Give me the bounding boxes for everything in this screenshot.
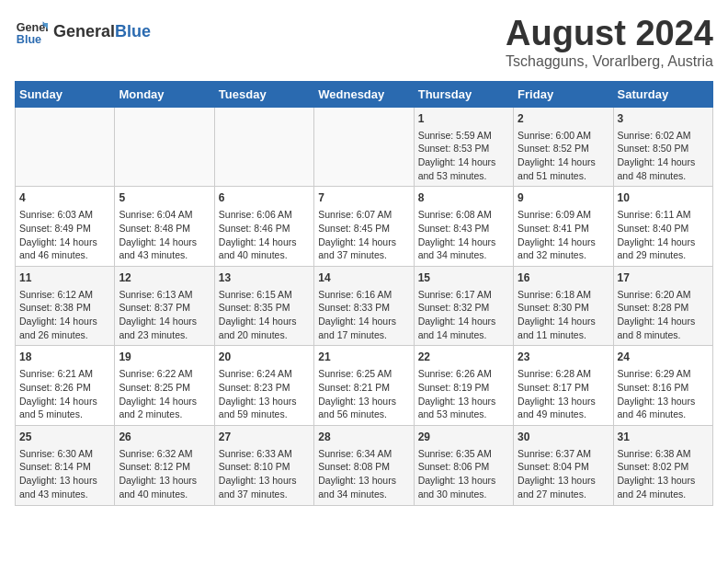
calendar-cell: 2Sunrise: 6:00 AMSunset: 8:52 PMDaylight… xyxy=(514,107,613,187)
day-info: Daylight: 14 hours and 34 minutes. xyxy=(418,236,509,262)
day-number: 3 xyxy=(618,111,709,127)
day-info: Daylight: 14 hours and 29 minutes. xyxy=(618,236,709,262)
day-number: 23 xyxy=(518,350,609,365)
day-info: Sunset: 8:40 PM xyxy=(618,222,709,236)
day-info: Sunrise: 5:59 AM xyxy=(418,129,509,143)
day-number: 8 xyxy=(418,190,509,206)
day-info: Sunrise: 6:00 AM xyxy=(518,129,609,143)
calendar-cell: 15Sunrise: 6:17 AMSunset: 8:32 PMDayligh… xyxy=(414,266,513,346)
calendar-cell xyxy=(115,107,214,187)
day-info: Sunset: 8:41 PM xyxy=(518,222,609,236)
calendar-cell: 23Sunrise: 6:28 AMSunset: 8:17 PMDayligh… xyxy=(514,346,613,426)
calendar-cell: 13Sunrise: 6:15 AMSunset: 8:35 PMDayligh… xyxy=(214,266,313,346)
day-number: 9 xyxy=(518,190,609,206)
day-info: Sunrise: 6:12 AM xyxy=(19,288,110,302)
day-number: 28 xyxy=(318,430,409,445)
calendar-cell: 11Sunrise: 6:12 AMSunset: 8:38 PMDayligh… xyxy=(16,266,115,346)
day-number: 12 xyxy=(119,270,210,286)
calendar-cell: 21Sunrise: 6:25 AMSunset: 8:21 PMDayligh… xyxy=(314,346,414,426)
day-info: Daylight: 13 hours and 34 minutes. xyxy=(318,474,409,500)
day-info: Sunset: 8:45 PM xyxy=(318,222,409,236)
logo-blue-text: Blue xyxy=(115,22,151,41)
day-number: 6 xyxy=(219,190,310,206)
day-info: Sunset: 8:10 PM xyxy=(219,460,310,474)
day-number: 1 xyxy=(418,111,509,127)
calendar-cell xyxy=(214,107,313,187)
day-number: 10 xyxy=(618,190,709,206)
day-info: Sunrise: 6:38 AM xyxy=(618,447,709,461)
day-info: Sunrise: 6:21 AM xyxy=(19,367,110,381)
day-info: Sunset: 8:21 PM xyxy=(318,381,409,395)
day-info: Sunrise: 6:30 AM xyxy=(19,447,110,461)
day-info: Sunrise: 6:33 AM xyxy=(219,447,310,461)
day-number: 30 xyxy=(518,430,609,445)
day-info: Sunset: 8:53 PM xyxy=(418,142,509,155)
calendar-cell: 26Sunrise: 6:32 AMSunset: 8:12 PMDayligh… xyxy=(115,425,214,505)
calendar-cell: 27Sunrise: 6:33 AMSunset: 8:10 PMDayligh… xyxy=(214,425,313,505)
calendar-cell xyxy=(314,107,414,187)
calendar-cell: 9Sunrise: 6:09 AMSunset: 8:41 PMDaylight… xyxy=(514,187,613,267)
day-info: Daylight: 14 hours and 40 minutes. xyxy=(219,236,310,262)
day-info: Sunset: 8:43 PM xyxy=(418,222,509,236)
calendar-cell: 28Sunrise: 6:34 AMSunset: 8:08 PMDayligh… xyxy=(314,425,414,505)
week-row-2: 4Sunrise: 6:03 AMSunset: 8:49 PMDaylight… xyxy=(16,187,713,267)
week-row-3: 11Sunrise: 6:12 AMSunset: 8:38 PMDayligh… xyxy=(16,266,713,346)
calendar-cell: 25Sunrise: 6:30 AMSunset: 8:14 PMDayligh… xyxy=(16,425,115,505)
day-info: Daylight: 14 hours and 20 minutes. xyxy=(219,315,310,341)
day-info: Daylight: 13 hours and 49 minutes. xyxy=(518,395,609,421)
day-info: Sunrise: 6:04 AM xyxy=(119,208,210,222)
day-number: 2 xyxy=(518,111,609,127)
day-header-thursday: Thursday xyxy=(414,81,513,107)
day-info: Sunset: 8:32 PM xyxy=(418,301,509,315)
day-number: 4 xyxy=(19,190,110,206)
day-info: Sunrise: 6:06 AM xyxy=(219,208,310,222)
calendar-cell: 22Sunrise: 6:26 AMSunset: 8:19 PMDayligh… xyxy=(414,346,513,426)
day-info: Sunrise: 6:37 AM xyxy=(518,447,609,461)
calendar-cell: 18Sunrise: 6:21 AMSunset: 8:26 PMDayligh… xyxy=(16,346,115,426)
day-info: Sunset: 8:38 PM xyxy=(19,301,110,315)
day-info: Sunset: 8:14 PM xyxy=(19,460,110,474)
day-info: Daylight: 13 hours and 40 minutes. xyxy=(119,474,210,500)
day-header-saturday: Saturday xyxy=(613,81,712,107)
day-info: Sunset: 8:23 PM xyxy=(219,381,310,395)
day-info: Sunset: 8:48 PM xyxy=(119,222,210,236)
day-number: 15 xyxy=(418,270,509,286)
calendar-cell: 5Sunrise: 6:04 AMSunset: 8:48 PMDaylight… xyxy=(115,187,214,267)
day-number: 24 xyxy=(618,350,709,365)
week-row-4: 18Sunrise: 6:21 AMSunset: 8:26 PMDayligh… xyxy=(16,346,713,426)
day-info: Daylight: 14 hours and 32 minutes. xyxy=(518,236,609,262)
day-info: Sunrise: 6:32 AM xyxy=(119,447,210,461)
day-number: 13 xyxy=(219,270,310,286)
day-info: Sunrise: 6:16 AM xyxy=(318,288,409,302)
day-info: Sunrise: 6:18 AM xyxy=(518,288,609,302)
calendar-cell xyxy=(16,107,115,187)
day-info: Sunrise: 6:34 AM xyxy=(318,447,409,461)
calendar-header-row: SundayMondayTuesdayWednesdayThursdayFrid… xyxy=(16,81,713,107)
day-number: 18 xyxy=(19,350,110,365)
calendar-cell: 29Sunrise: 6:35 AMSunset: 8:06 PMDayligh… xyxy=(414,425,513,505)
day-info: Sunset: 8:16 PM xyxy=(618,381,709,395)
day-info: Sunset: 8:35 PM xyxy=(219,301,310,315)
calendar-cell: 1Sunrise: 5:59 AMSunset: 8:53 PMDaylight… xyxy=(414,107,513,187)
day-info: Sunrise: 6:28 AM xyxy=(518,367,609,381)
page-header: General Blue General Blue August 2024 Ts… xyxy=(15,15,713,70)
logo-general-text: General xyxy=(53,22,115,41)
day-number: 5 xyxy=(119,190,210,206)
day-number: 17 xyxy=(618,270,709,286)
day-info: Daylight: 14 hours and 2 minutes. xyxy=(119,395,210,421)
day-info: Daylight: 13 hours and 53 minutes. xyxy=(418,395,509,421)
day-info: Daylight: 14 hours and 17 minutes. xyxy=(318,315,409,341)
day-number: 11 xyxy=(19,270,110,286)
day-info: Sunset: 8:02 PM xyxy=(618,460,709,474)
day-info: Sunset: 8:37 PM xyxy=(119,301,210,315)
calendar-cell: 31Sunrise: 6:38 AMSunset: 8:02 PMDayligh… xyxy=(613,425,712,505)
day-info: Sunset: 8:46 PM xyxy=(219,222,310,236)
day-header-sunday: Sunday xyxy=(16,81,115,107)
title-area: August 2024 Tschagguns, Vorarlberg, Aust… xyxy=(506,15,713,70)
day-number: 16 xyxy=(518,270,609,286)
day-info: Sunrise: 6:15 AM xyxy=(219,288,310,302)
day-info: Daylight: 14 hours and 5 minutes. xyxy=(19,395,110,421)
day-header-friday: Friday xyxy=(514,81,613,107)
day-info: Sunrise: 6:08 AM xyxy=(418,208,509,222)
day-number: 20 xyxy=(219,350,310,365)
